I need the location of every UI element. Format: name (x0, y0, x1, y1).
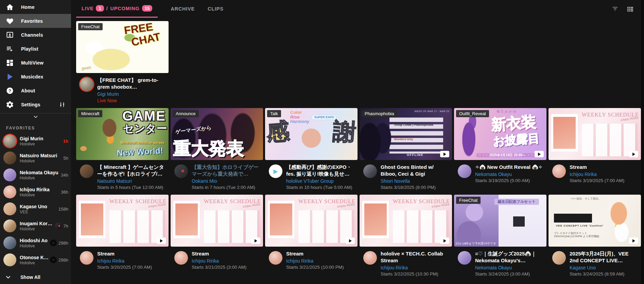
thumbnail-art-text: GAME (122, 109, 166, 123)
video-title[interactable]: ≡♡｜生誕グッズ2025🍙｜Nekomata Okayu's… (475, 250, 544, 264)
video-title[interactable]: Stream (570, 164, 624, 171)
channel-link[interactable]: Ichijou Ririka (286, 258, 344, 264)
scrollbar[interactable] (641, 0, 644, 284)
video-thumbnail[interactable]: FreeChat FREECHATgweh (76, 21, 169, 73)
video-card[interactable]: Phasmophobia WEEK OF MAR 17 - MAR 23Grou… (360, 108, 452, 190)
sidebar-item-playlist[interactable]: Playlist (0, 42, 71, 56)
video-card[interactable]: >>> 結合、そして統合。VEE CONCEPT LIVE 'Conflict'… (549, 195, 641, 277)
tuner-icon[interactable] (59, 101, 66, 108)
video-title[interactable]: Stream (97, 250, 152, 257)
sidebar-item-channels[interactable]: Channels (0, 28, 71, 42)
video-title[interactable]: 【重大告知】ホロライブゲーマーズから重大発表で… (192, 164, 261, 177)
video-thumbnail[interactable]: Announce ゲーマーズから重大発表 (171, 108, 263, 160)
channel-link[interactable]: Ichijou Ririka (192, 258, 246, 264)
favorite-channel-item[interactable]: Natsuiro Matsuri Hololive 5h (0, 149, 71, 166)
channel-link[interactable]: Ichijou Ririka (570, 172, 624, 177)
channel-link[interactable]: Ichijou Ririka (381, 265, 450, 270)
video-card[interactable]: Talk 感謝Color Rise HarmonySUPER EXPO ▶ 【感… (265, 108, 358, 190)
channel-avatar[interactable] (3, 236, 16, 249)
favorite-channel-item[interactable]: Nekomata Okayu Hololive 34h (0, 166, 71, 183)
video-card[interactable]: FreeChat 誕生日記念フルセット3/24 18時まで予約受付中です ≡♡｜… (454, 195, 546, 277)
video-card[interactable]: WEEKLY SCHEDULEIchijou Ririka hololive ×… (360, 195, 452, 277)
sidebar-item-settings[interactable]: Settings (0, 97, 71, 111)
video-title[interactable]: 【感動再び】感謝のEXPO・fes. 振り返り!映像も見せ… (286, 164, 355, 177)
channel-link[interactable]: Shiori Novella (381, 178, 450, 184)
video-title[interactable]: hololive × TECH.C. Collab Stream (381, 250, 450, 264)
channel-avatar[interactable] (269, 251, 282, 265)
channel-avatar[interactable] (80, 164, 93, 178)
video-thumbnail[interactable]: Talk 感謝Color Rise HarmonySUPER EXPO (265, 108, 358, 160)
channel-avatar[interactable] (3, 152, 16, 164)
tab-live-upcoming[interactable]: LIVE 1 / UPCOMING 15 (76, 0, 158, 18)
favorite-channel-item[interactable]: Gigi Murin Hololive 1h (0, 132, 71, 149)
video-thumbnail[interactable]: FreeChat 誕生日記念フルセット3/24 18時まで予約受付中です (454, 195, 546, 247)
channel-avatar[interactable] (552, 164, 566, 178)
tab-clips[interactable]: CLIPS (208, 6, 224, 12)
channel-link[interactable]: Gigi Murin (97, 91, 167, 97)
favorite-channel-item[interactable]: Ichijou Ririka Hololive 36h (0, 183, 71, 200)
video-thumbnail[interactable]: WEEKLY SCHEDULEIchijou Ririka (549, 108, 641, 160)
grid-view-icon[interactable] (626, 5, 634, 13)
show-all-button[interactable]: Show All (0, 270, 71, 284)
sidebar-item-multiview[interactable]: MultiView (0, 56, 71, 70)
channel-avatar[interactable] (3, 202, 16, 215)
video-title[interactable]: Ghost Goes Binted w/ Biboo, Ceci & Gigi (381, 164, 450, 177)
favorite-channel-item[interactable]: Otonose Kan… Hololive 298h (0, 251, 71, 268)
channel-avatar[interactable] (552, 251, 566, 265)
favorite-channel-item[interactable]: Kagase Uno VEE 158h (0, 200, 71, 217)
channel-avatar[interactable] (3, 168, 16, 181)
channel-avatar[interactable] (3, 135, 16, 147)
video-card[interactable]: WEEKLY SCHEDULEIchijou Ririka Stream Ich… (76, 195, 169, 277)
video-card[interactable]: FreeChat FREECHATgweh 【FREE CHAT】 grem-t… (76, 21, 169, 103)
video-title[interactable]: 2025年3月24日(月)、VEE 2nd CONCEPT LIVE… (570, 250, 639, 264)
channel-avatar[interactable] (458, 164, 471, 178)
video-card[interactable]: Outfit_Reveal 猫又あかゆ新衣装お披露目・・・ 2025年3月19日… (454, 108, 546, 190)
channel-avatar[interactable] (3, 253, 16, 266)
channel-avatar[interactable] (80, 77, 93, 91)
video-thumbnail[interactable]: Outfit_Reveal 猫又あかゆ新衣装お披露目・・・ 2025年3月19日… (454, 108, 546, 160)
video-card[interactable]: WEEKLY SCHEDULEIchijou Ririka Stream Ich… (265, 195, 358, 277)
channel-link[interactable]: hololive VTuber Group (286, 178, 355, 184)
channel-avatar[interactable] (458, 251, 471, 265)
channel-avatar[interactable] (174, 164, 188, 178)
video-thumbnail[interactable]: WEEKLY SCHEDULEIchijou Ririka (265, 195, 358, 247)
video-card[interactable]: Announce ゲーマーズから重大発表 【重大告知】ホロライブゲーマーズから重… (171, 108, 263, 190)
video-title[interactable]: ✧🍙 New Outfit Reveal 🍙✧ (475, 164, 542, 171)
channel-avatar[interactable] (363, 251, 377, 265)
favorite-channel-item[interactable]: Hiodoshi Ao Hololive 298h (0, 234, 71, 251)
sidebar-collapse[interactable] (0, 113, 71, 122)
filter-icon[interactable] (611, 5, 619, 13)
sidebar-item-about[interactable]: ? About (0, 84, 71, 97)
channel-avatar[interactable] (363, 164, 377, 178)
channel-link[interactable]: Nekomata Okayu (475, 265, 544, 270)
channel-link[interactable]: Natsuiro Matsuri (97, 178, 167, 184)
favorites-header: FAVORITES (0, 122, 71, 132)
video-card[interactable]: WEEKLY SCHEDULEIchijou Ririka Stream Ich… (549, 108, 641, 190)
favorite-channel-item[interactable]: Inugami Korone Hololive 7h (0, 217, 71, 234)
video-thumbnail[interactable]: WEEKLY SCHEDULEIchijou Ririka (76, 195, 169, 247)
video-thumbnail[interactable]: WEEKLY SCHEDULEIchijou Ririka (171, 195, 263, 247)
channel-avatar[interactable]: ▶ (269, 164, 282, 178)
video-title[interactable]: 【FREE CHAT】 grem-to-grem shoebox… (97, 77, 167, 90)
channel-link[interactable]: Ookami Mio (192, 178, 261, 184)
video-thumbnail[interactable]: WEEKLY SCHEDULEIchijou Ririka (360, 195, 452, 247)
sidebar-item-favorites[interactable]: Favorites (0, 14, 71, 28)
channel-link[interactable]: Ichijou Ririka (97, 258, 152, 264)
video-thumbnail[interactable]: Phasmophobia WEEK OF MAR 17 - MAR 23Grou… (360, 108, 452, 160)
sidebar-item-home[interactable]: Home (0, 0, 71, 14)
channel-avatar[interactable] (80, 251, 93, 265)
tab-archive[interactable]: ARCHIVE (171, 6, 195, 12)
channel-link[interactable]: Nekomata Okayu (475, 172, 542, 177)
video-card[interactable]: Minecraft GAMEセンターMinecraft hololive ser… (76, 108, 169, 190)
channel-avatar[interactable] (174, 251, 188, 265)
video-card[interactable]: WEEKLY SCHEDULEIchijou Ririka Stream Ich… (171, 195, 263, 277)
video-title[interactable]: Stream (192, 250, 246, 257)
channel-link[interactable]: Kagase Uno (570, 265, 639, 270)
channel-avatar[interactable] (3, 219, 16, 232)
channel-avatar[interactable] (3, 185, 16, 198)
video-thumbnail[interactable]: >>> 結合、そして統合。VEE CONCEPT LIVE 'Conflict'… (549, 195, 641, 247)
video-thumbnail[interactable]: Minecraft GAMEセンターMinecraft hololive ser… (76, 108, 169, 160)
sidebar-item-musicdex[interactable]: Musicdex (0, 70, 71, 84)
video-title[interactable]: Stream (286, 250, 344, 257)
video-title[interactable]: 【 Minecraft 】ゲームセンターを作るぞ!【ホロライブ/… (97, 164, 167, 177)
